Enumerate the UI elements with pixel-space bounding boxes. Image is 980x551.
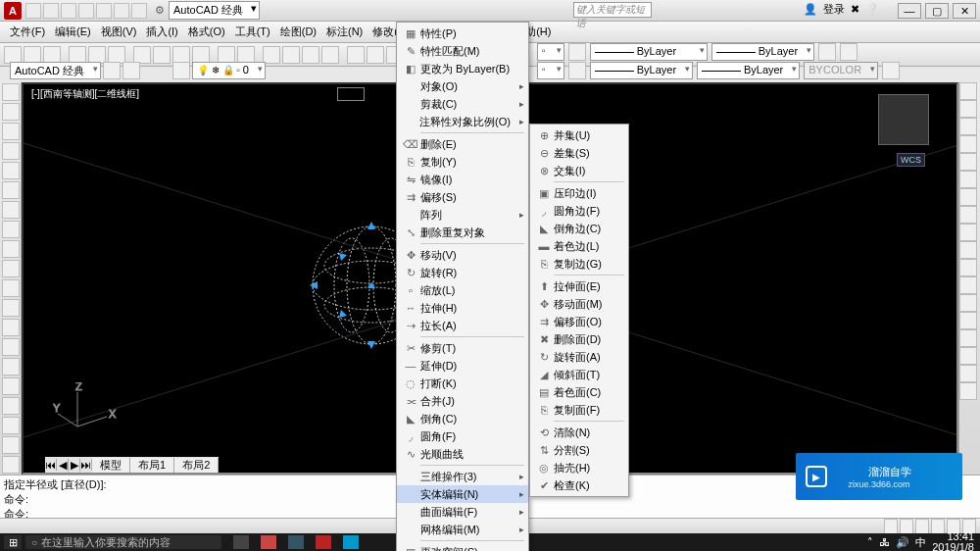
menu-dimension[interactable]: 标注(N) — [322, 23, 367, 41]
scale-icon[interactable] — [959, 206, 977, 224]
mi-erase[interactable]: ⌫删除(E) — [397, 135, 528, 153]
tb-zoom-icon[interactable] — [282, 46, 300, 64]
pline-icon[interactable] — [2, 123, 20, 140]
qat-save-icon[interactable] — [61, 3, 76, 19]
mi-join[interactable]: ⫘合并(J) — [397, 392, 528, 410]
list-icon[interactable] — [882, 62, 900, 79]
rotate-icon[interactable] — [959, 188, 977, 206]
tb-open-icon[interactable] — [24, 46, 41, 64]
brush-icon[interactable] — [568, 62, 586, 79]
join-icon[interactable] — [959, 312, 977, 329]
mi-scale[interactable]: ▫缩放(L) — [397, 281, 528, 299]
qat-new-icon[interactable] — [25, 3, 41, 19]
taskbar-search[interactable]: ○ 在这里输入你要搜索的内容 — [25, 535, 221, 549]
tb-props-icon[interactable] — [347, 46, 365, 64]
mi-trim[interactable]: ✂修剪(T) — [397, 339, 528, 357]
menu-insert[interactable]: 插入(I) — [142, 23, 181, 41]
tb-publish-icon[interactable] — [108, 46, 125, 64]
ellipse-icon[interactable] — [2, 260, 20, 277]
chamfer-icon[interactable] — [959, 329, 977, 347]
tab-next-icon[interactable]: ▶ — [69, 459, 80, 472]
hatch-icon[interactable] — [2, 358, 20, 376]
mi-chspace[interactable]: ▥更改空间(S) — [397, 543, 528, 551]
tray-up-icon[interactable]: ˄ — [867, 536, 873, 549]
table-icon[interactable] — [2, 417, 20, 434]
tray-net-icon[interactable]: 🖧 — [879, 536, 890, 548]
tb-match-icon[interactable] — [192, 46, 210, 64]
close-button[interactable]: ✕ — [953, 3, 976, 19]
sm-copyedge[interactable]: ⎘复制边(G) — [530, 255, 628, 273]
help-search-input[interactable]: 键入关键字或短语 — [573, 2, 652, 18]
mi-move[interactable]: ✥移动(V) — [397, 246, 528, 264]
fillet-icon[interactable] — [959, 347, 977, 365]
tb-new-icon[interactable] — [4, 46, 22, 64]
polygon-icon[interactable] — [2, 142, 20, 160]
taskview-icon[interactable] — [233, 535, 249, 549]
sm-offsetface[interactable]: ⇉偏移面(O) — [530, 313, 628, 330]
lineweight-select[interactable]: ByLayer — [711, 43, 814, 61]
tray-ime-icon[interactable]: 中 — [915, 535, 926, 550]
mi-break[interactable]: ◌打断(K) — [397, 375, 528, 392]
sm-chamferedge[interactable]: ◣倒角边(C) — [530, 220, 628, 237]
tb-orbit-icon[interactable] — [302, 46, 319, 64]
sm-rotateface[interactable]: ↻旋转面(A) — [530, 348, 628, 366]
mi-del-repeat[interactable]: ⤡删除重复对象 — [397, 224, 528, 241]
linetype-select[interactable]: ByLayer — [590, 43, 708, 61]
qat-print-icon[interactable] — [96, 3, 112, 19]
view-cube[interactable] — [878, 94, 929, 145]
mi-properties[interactable]: ▦特性(P) — [397, 25, 528, 42]
tray-vol-icon[interactable]: 🔊 — [896, 536, 909, 549]
tb-dcenter-icon[interactable] — [367, 46, 384, 64]
workspace-select[interactable]: AutoCAD 经典 — [169, 1, 260, 20]
linetype-select-2[interactable]: ByLayer — [590, 62, 693, 79]
mirror-icon[interactable] — [959, 118, 977, 135]
tb-redo-icon[interactable] — [237, 46, 255, 64]
sm-imprint[interactable]: ▣压印边(I) — [530, 184, 628, 202]
explode-icon[interactable] — [959, 382, 977, 400]
tab-layout1[interactable]: 布局1 — [130, 458, 174, 473]
insert-icon[interactable] — [2, 299, 20, 317]
tab-first-icon[interactable]: ⏮ — [45, 459, 57, 471]
taskbar-app3-icon[interactable] — [316, 535, 331, 549]
min-button[interactable]: — — [898, 3, 921, 19]
gradient-icon[interactable] — [2, 377, 20, 395]
tray-date[interactable]: 2019/1/8 — [932, 542, 974, 551]
qat-redo-icon[interactable] — [131, 3, 147, 19]
mi-extend[interactable]: ―延伸(D) — [397, 357, 528, 375]
menu-draw[interactable]: 绘图(D) — [276, 23, 320, 41]
stretch-icon[interactable] — [959, 224, 977, 241]
tb-save-icon[interactable] — [43, 46, 61, 64]
layer-props-icon[interactable] — [172, 62, 190, 79]
sm-subtract[interactable]: ⊖差集(S) — [530, 144, 628, 162]
arc-icon[interactable] — [2, 181, 20, 199]
sm-separate[interactable]: ⇅分割(S) — [530, 441, 628, 459]
array-icon[interactable] — [959, 153, 977, 171]
mi-fillet[interactable]: ◞圆角(F) — [397, 427, 528, 445]
taskbar-app2-icon[interactable] — [288, 535, 304, 549]
color-select-2[interactable]: ▫ — [537, 62, 564, 79]
tab-last-icon[interactable]: ⏭ — [80, 459, 92, 471]
ellipsearc-icon[interactable] — [2, 279, 20, 297]
sm-coloredge[interactable]: ▬着色边(L) — [530, 237, 628, 255]
paintbrush-icon[interactable] — [568, 43, 586, 61]
lineweight-select-2[interactable]: ByLayer — [697, 62, 800, 79]
help-icon[interactable]: ❔ — [865, 3, 879, 16]
mi-blend[interactable]: ∿光顺曲线 — [397, 445, 528, 463]
breakpt-icon[interactable] — [959, 276, 977, 294]
menu-tools[interactable]: 工具(T) — [231, 23, 274, 41]
point-icon[interactable] — [2, 338, 20, 356]
transparency-icon[interactable] — [840, 43, 858, 61]
tb-paste-icon[interactable] — [172, 46, 190, 64]
menu-view[interactable]: 视图(V) — [97, 23, 141, 41]
blend-icon[interactable] — [959, 365, 977, 382]
mi-rotate[interactable]: ↻旋转(R) — [397, 264, 528, 281]
mi-solidedit[interactable]: 实体编辑(N) — [397, 485, 528, 503]
sm-colorface[interactable]: ▤着色面(C) — [530, 383, 628, 401]
erase-icon[interactable] — [959, 82, 977, 100]
mtext-icon[interactable] — [2, 436, 20, 454]
sm-moveface[interactable]: ✥移动面(M) — [530, 295, 628, 313]
circle-icon[interactable] — [2, 201, 20, 219]
trim-icon[interactable] — [959, 241, 977, 259]
sm-copyface[interactable]: ⎘复制面(F) — [530, 401, 628, 419]
tb-print-icon[interactable] — [69, 46, 86, 64]
